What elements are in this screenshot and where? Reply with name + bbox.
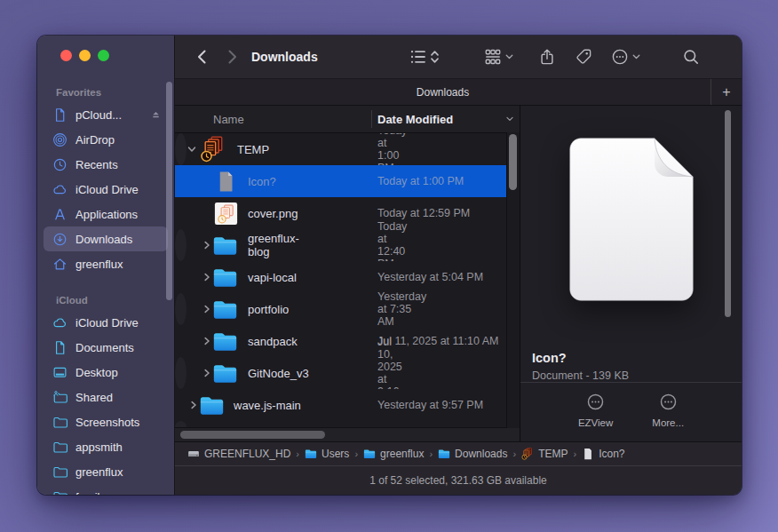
path-item-icon[interactable]: Icon?: [582, 448, 624, 460]
sidebar-item-recents[interactable]: Recents: [44, 152, 168, 177]
sidebar-item-desktop[interactable]: Desktop: [44, 360, 168, 385]
sidebar-item-applications[interactable]: Applications: [44, 202, 168, 226]
file-row-icon-selected[interactable]: Icon? Today at 1:00 PM: [175, 165, 520, 197]
horizontal-scrollbar[interactable]: [175, 427, 520, 441]
file-name: cover.png: [248, 207, 298, 220]
back-button[interactable]: [193, 47, 212, 67]
file-row-wave-js-main[interactable]: wave.js-main Yesterday at 9:57 PM: [175, 389, 520, 421]
file-name: portfolio: [248, 303, 289, 316]
document-preview-icon: [569, 138, 694, 301]
file-row-portfolio[interactable]: portfolio Yesterday at 7:35 AM: [175, 293, 187, 325]
minimize-window-button[interactable]: [79, 50, 91, 61]
sidebar-item-label: Downloads: [75, 233, 132, 246]
folder-icon: [305, 448, 317, 460]
sidebar-item-icloud-drive[interactable]: iCloud Drive: [44, 177, 168, 202]
ezview-button[interactable]: EZView: [578, 393, 613, 441]
disclosure-chevron-icon[interactable]: [202, 305, 211, 314]
more-options-button[interactable]: [611, 48, 640, 66]
file-row-greenflux-blog[interactable]: greenflux-blog Today at 12:40 PM: [175, 229, 187, 261]
disclosure-chevron-icon[interactable]: [202, 369, 211, 377]
folder-icon: [212, 266, 238, 289]
path-item-users[interactable]: Users: [305, 448, 349, 460]
path-label: Downloads: [455, 448, 507, 460]
sidebar-item-appsmith[interactable]: appsmith: [44, 434, 168, 459]
sidebar-item-label: Desktop: [75, 366, 118, 379]
home-icon: [52, 257, 67, 272]
folder-icon: [212, 298, 238, 321]
close-window-button[interactable]: [60, 50, 72, 61]
view-mode-selector[interactable]: [409, 48, 440, 66]
sidebar-item-label: Shared: [75, 391, 113, 404]
path-item-downloads[interactable]: Downloads: [438, 448, 507, 460]
sidebar-item-label: greenflux: [75, 465, 123, 479]
file-date: Today at 12:59 PM: [377, 207, 470, 219]
tab-bar: Downloads +: [175, 78, 742, 106]
document-icon: [52, 107, 67, 123]
toolbar: Downloads: [175, 36, 742, 78]
horizontal-scrollbar-thumb[interactable]: [180, 431, 325, 439]
disclosure-chevron-icon[interactable]: [202, 241, 211, 250]
path-separator: ›: [512, 449, 516, 459]
path-item-greenflux[interactable]: greenflux: [363, 448, 424, 460]
preview-scrollbar-thumb[interactable]: [725, 110, 731, 317]
file-row-cover-png[interactable]: cover.png Today at 12:59 PM: [175, 197, 520, 229]
vertical-scrollbar[interactable]: [506, 132, 520, 428]
group-by-button[interactable]: [484, 48, 513, 66]
sidebar-item-downloads[interactable]: Downloads: [44, 226, 168, 251]
path-item-greenflux-hd[interactable]: GREENFLUX_HD: [187, 448, 290, 460]
document-icon: [52, 340, 67, 355]
new-tab-button[interactable]: +: [711, 79, 742, 105]
file-row-sandpack[interactable]: sandpack Jul 11, 2025 at 11:10 AM: [175, 325, 520, 357]
tag-button[interactable]: [575, 48, 592, 66]
sidebar-item-family[interactable]: family: [44, 484, 168, 495]
shared-folder-icon: [52, 390, 67, 405]
sidebar-item-label: Recents: [75, 158, 118, 171]
ezview-label: EZView: [578, 417, 613, 428]
sidebar-item-label: greenflux: [75, 258, 123, 271]
column-header-date-modified[interactable]: Date Modified: [377, 113, 453, 126]
sidebar-item-documents[interactable]: Documents: [44, 335, 168, 360]
file-name: TEMP: [237, 143, 269, 156]
sidebar-item-greenflux-home[interactable]: greenflux: [44, 251, 168, 276]
sidebar-item-airdrop[interactable]: AirDrop: [44, 127, 168, 152]
search-button[interactable]: [682, 48, 700, 66]
sidebar-scrollbar[interactable]: [166, 82, 172, 300]
sidebar-item-greenflux-folder[interactable]: greenflux: [44, 459, 168, 484]
path-label: Users: [322, 448, 349, 460]
file-name: wave.js-main: [234, 399, 301, 412]
eject-icon[interactable]: [150, 109, 162, 121]
preview-actions: EZView More...: [520, 382, 742, 441]
file-row-temp[interactable]: TEMP Today at 1:00 PM: [175, 133, 187, 165]
vertical-scrollbar-thumb[interactable]: [509, 134, 517, 190]
sidebar-item-shared[interactable]: Shared: [44, 385, 168, 409]
temp-stack-icon: [200, 136, 226, 163]
path-separator: ›: [573, 449, 576, 459]
ellipsis-circle-icon: [586, 393, 605, 411]
disclosure-chevron-icon[interactable]: [189, 401, 198, 409]
folder-icon: [438, 448, 450, 460]
sidebar-item-pcloud[interactable]: pCloud...: [44, 102, 168, 127]
file-row-gitnode-v3[interactable]: GitNode_v3 Jul 10, 2025 at 9:16 AM: [175, 357, 187, 389]
path-item-temp[interactable]: TEMP: [521, 448, 568, 460]
desktop: { "colors": { "accent_blue": "#0a59d1", …: [0, 0, 778, 532]
share-button[interactable]: [538, 48, 556, 66]
download-circle-icon: [52, 232, 67, 247]
folder-icon: [52, 465, 67, 480]
zoom-window-button[interactable]: [98, 50, 109, 61]
file-name: vapi-local: [248, 271, 297, 284]
sidebar-item-icloud-drive-2[interactable]: iCloud Drive: [44, 310, 168, 335]
disclosure-chevron-icon[interactable]: [202, 337, 211, 345]
sidebar-item-screenshots[interactable]: Screenshots: [44, 409, 168, 434]
chevron-down-icon: [632, 54, 640, 60]
more-button[interactable]: More...: [652, 393, 684, 441]
tab-downloads[interactable]: Downloads: [175, 79, 711, 105]
forward-button[interactable]: [222, 47, 242, 67]
file-name: sandpack: [248, 335, 298, 348]
disclosure-chevron-expanded-icon[interactable]: [187, 145, 196, 154]
column-header-name[interactable]: Name: [213, 113, 244, 126]
file-row-partial[interactable]: [175, 421, 187, 427]
disclosure-chevron-icon[interactable]: [202, 273, 211, 282]
file-row-vapi-local[interactable]: vapi-local Yesterday at 5:04 PM: [175, 261, 520, 293]
column-divider[interactable]: [371, 110, 372, 128]
folder-icon: [52, 415, 67, 430]
